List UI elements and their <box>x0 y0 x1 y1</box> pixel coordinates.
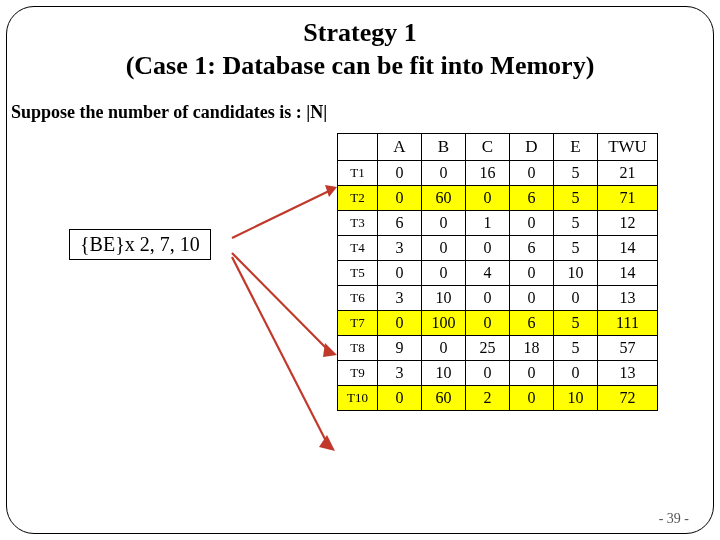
cell: 0 <box>466 236 510 261</box>
cell: 25 <box>466 336 510 361</box>
cell: 0 <box>422 236 466 261</box>
cell: 10 <box>554 386 598 411</box>
cell: 4 <box>466 261 510 286</box>
cell: 0 <box>510 286 554 311</box>
table-row: T8902518557 <box>338 336 658 361</box>
cell: 3 <box>378 236 422 261</box>
table-row: T206006571 <box>338 186 658 211</box>
cell: 14 <box>598 261 658 286</box>
cell: 3 <box>378 361 422 386</box>
svg-line-4 <box>232 257 327 443</box>
cell: 0 <box>554 361 598 386</box>
cell: 0 <box>510 211 554 236</box>
row-id: T1 <box>338 161 378 186</box>
svg-marker-5 <box>319 435 335 451</box>
row-id: T4 <box>338 236 378 261</box>
header-D: D <box>510 134 554 161</box>
slide-frame: Strategy 1 (Case 1: Database can be fit … <box>6 6 714 534</box>
cell: 10 <box>422 286 466 311</box>
cell: 5 <box>554 186 598 211</box>
svg-line-2 <box>232 253 327 349</box>
cell: 16 <box>466 161 510 186</box>
table-row: T43006514 <box>338 236 658 261</box>
cell: 6 <box>378 211 422 236</box>
cell: 10 <box>554 261 598 286</box>
row-id: T7 <box>338 311 378 336</box>
cell: 0 <box>510 261 554 286</box>
cell: 0 <box>510 161 554 186</box>
header-blank <box>338 134 378 161</box>
cell: 0 <box>378 261 422 286</box>
table-header-row: A B C D E TWU <box>338 134 658 161</box>
row-id: T5 <box>338 261 378 286</box>
cell: 2 <box>466 386 510 411</box>
table-row: T10060201072 <box>338 386 658 411</box>
header-E: E <box>554 134 598 161</box>
header-TWU: TWU <box>598 134 658 161</box>
cell: 100 <box>422 311 466 336</box>
cell: 0 <box>466 286 510 311</box>
cell: 5 <box>554 161 598 186</box>
cell: 0 <box>466 186 510 211</box>
cell: 1 <box>466 211 510 236</box>
cell: 0 <box>378 311 422 336</box>
svg-marker-3 <box>323 343 337 357</box>
cell: 0 <box>378 161 422 186</box>
be-box: {BE}x 2, 7, 10 <box>69 229 211 260</box>
table-row: T36010512 <box>338 211 658 236</box>
row-id: T8 <box>338 336 378 361</box>
cell: 21 <box>598 161 658 186</box>
cell: 0 <box>422 161 466 186</box>
cell: 13 <box>598 361 658 386</box>
cell: 0 <box>510 361 554 386</box>
cell: 0 <box>466 311 510 336</box>
row-id: T10 <box>338 386 378 411</box>
suppose-text: Suppose the number of candidates is : |N… <box>11 102 713 123</box>
content-area: {BE}x 2, 7, 10 A B C D E TWU <box>7 133 713 493</box>
cell: 5 <box>554 336 598 361</box>
cell: 60 <box>422 386 466 411</box>
header-A: A <box>378 134 422 161</box>
table-row: T70100065111 <box>338 311 658 336</box>
table-row: T931000013 <box>338 361 658 386</box>
page-number: - 39 - <box>659 511 689 527</box>
row-id: T2 <box>338 186 378 211</box>
cell: 0 <box>378 186 422 211</box>
svg-marker-1 <box>325 185 337 197</box>
cell: 0 <box>422 261 466 286</box>
table-row: T631000013 <box>338 286 658 311</box>
svg-line-0 <box>232 191 329 238</box>
row-id: T6 <box>338 286 378 311</box>
row-id: T9 <box>338 361 378 386</box>
cell: 0 <box>422 336 466 361</box>
cell: 6 <box>510 186 554 211</box>
cell: 18 <box>510 336 554 361</box>
cell: 10 <box>422 361 466 386</box>
cell: 5 <box>554 211 598 236</box>
header-C: C <box>466 134 510 161</box>
cell: 6 <box>510 311 554 336</box>
cell: 5 <box>554 311 598 336</box>
arrows-svg <box>7 133 387 493</box>
cell: 0 <box>554 286 598 311</box>
cell: 12 <box>598 211 658 236</box>
cell: 3 <box>378 286 422 311</box>
table-row: T100160521 <box>338 161 658 186</box>
cell: 0 <box>422 211 466 236</box>
row-id: T3 <box>338 211 378 236</box>
cell: 111 <box>598 311 658 336</box>
cell: 57 <box>598 336 658 361</box>
cell: 13 <box>598 286 658 311</box>
cell: 6 <box>510 236 554 261</box>
cell: 60 <box>422 186 466 211</box>
cell: 72 <box>598 386 658 411</box>
data-table: A B C D E TWU T100160521T206006571T36010… <box>337 133 658 411</box>
cell: 14 <box>598 236 658 261</box>
cell: 5 <box>554 236 598 261</box>
slide-title: Strategy 1 (Case 1: Database can be fit … <box>37 17 683 82</box>
cell: 71 <box>598 186 658 211</box>
cell: 0 <box>378 386 422 411</box>
cell: 9 <box>378 336 422 361</box>
cell: 0 <box>510 386 554 411</box>
cell: 0 <box>466 361 510 386</box>
